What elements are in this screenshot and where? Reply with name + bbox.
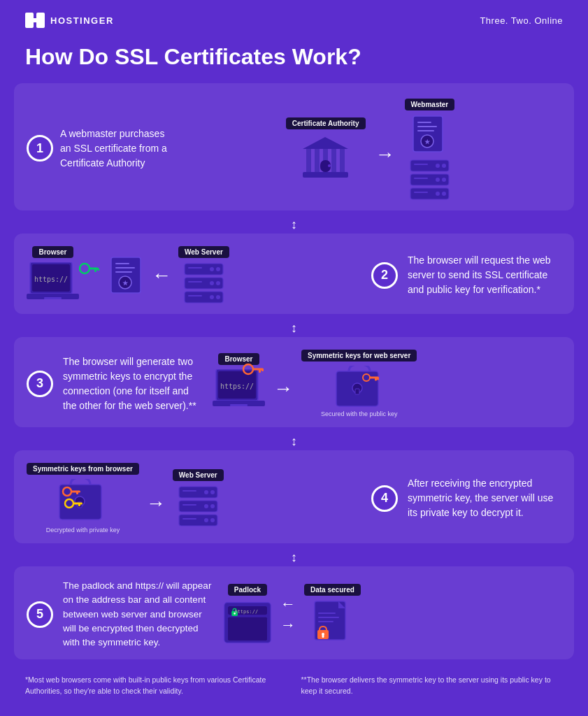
step-1-arrow: →: [375, 143, 395, 166]
step-4-number: 4: [371, 485, 398, 512]
svg-rect-82: [78, 503, 80, 506]
step-1-text: A webmaster purchases an SSL certificate…: [60, 127, 172, 171]
svg-rect-57: [188, 295, 202, 296]
svg-rect-69: [355, 389, 359, 394]
svg-rect-49: [188, 267, 202, 268]
svg-rect-62: [230, 404, 248, 406]
svg-rect-9: [331, 149, 336, 172]
svg-point-88: [210, 504, 215, 508]
svg-rect-73: [377, 378, 379, 380]
step-2-visuals: Browser https://: [27, 246, 361, 304]
step-3-arrow: →: [273, 378, 293, 400]
step-4-sub-label: Decrypted with private key: [46, 527, 120, 534]
step-2-number: 2: [371, 262, 398, 289]
svg-point-52: [210, 281, 214, 285]
svg-rect-41: [115, 263, 129, 264]
svg-point-47: [216, 267, 220, 271]
svg-rect-38: [94, 268, 96, 272]
orange-key-icon: [243, 362, 265, 376]
svg-point-77: [63, 487, 71, 496]
step-1-webmaster-label: Webmaster: [405, 99, 455, 110]
step-1-visuals: Certificate Authority: [179, 96, 561, 201]
svg-point-36: [80, 264, 89, 273]
svg-rect-6: [306, 149, 311, 172]
svg-point-56: [210, 295, 214, 299]
connector-1-2: ↕: [0, 217, 588, 232]
logo: HOSTINGER: [25, 13, 114, 28]
key-icon: [79, 262, 100, 275]
svg-rect-7: [315, 149, 320, 172]
tagline: Three. Two. Online: [480, 15, 563, 26]
svg-rect-103: [318, 617, 339, 618]
svg-point-85: [204, 490, 208, 494]
footnote-2-text: **The browser delivers the symmetric key…: [301, 675, 551, 695]
svg-point-92: [210, 518, 215, 522]
svg-point-63: [243, 364, 253, 374]
svg-text:https://: https://: [220, 382, 254, 390]
step-3-sub-label: Secured with the public key: [321, 410, 398, 417]
svg-point-89: [204, 504, 208, 508]
svg-point-55: [216, 295, 220, 299]
svg-point-48: [210, 267, 214, 271]
step-3-symkeys-label: Symmetric keys for web server: [301, 350, 417, 361]
svg-rect-16: [417, 130, 434, 131]
step-5-section: 5 The padlock and https:// will appear o…: [14, 566, 574, 659]
step2-cert-icon: ★: [110, 256, 145, 294]
browser-laptop-icon: https://: [27, 262, 79, 304]
svg-point-84: [210, 490, 215, 494]
step-4-arrow: →: [146, 492, 166, 515]
svg-point-25: [436, 178, 440, 182]
step-2-browser-label: Browser: [32, 246, 73, 258]
svg-rect-39: [97, 268, 99, 271]
svg-text:https://: https://: [34, 275, 68, 283]
footnote-1: *Most web browsers come with built-in pu…: [25, 675, 287, 697]
svg-rect-100: [228, 617, 267, 640]
step-1-number: 1: [27, 135, 53, 162]
svg-rect-78: [71, 491, 80, 493]
svg-rect-81: [73, 503, 83, 505]
logo-text: HOSTINGER: [50, 15, 114, 26]
step-2-section: Browser https://: [14, 234, 574, 314]
svg-rect-107: [322, 635, 324, 638]
step-5-text: The padlock and https:// will appear on …: [63, 579, 213, 650]
svg-rect-66: [261, 369, 264, 371]
svg-rect-15: [417, 126, 437, 127]
step-2-webserver-label: Web Server: [178, 246, 229, 258]
footnotes: *Most web browsers come with built-in pu…: [0, 666, 588, 710]
svg-point-12: [328, 164, 331, 167]
step4-orange-key: [62, 485, 84, 499]
step-4-text: After receiving the encrypted symmetric …: [408, 476, 561, 520]
step-3-number: 3: [27, 371, 53, 397]
connector-4-5: ↕: [0, 550, 588, 565]
svg-point-21: [436, 164, 440, 168]
connector-3-4: ↕: [0, 434, 588, 449]
step2-server-icon: [181, 262, 227, 304]
svg-point-20: [442, 164, 446, 168]
main-title: How Do SSL Certificates Work?: [0, 35, 588, 83]
step-1-ca-label: Certificate Authority: [286, 117, 366, 129]
header: HOSTINGER Three. Two. Online: [0, 0, 588, 35]
step-2-text: The browser will request the web server …: [408, 253, 561, 297]
svg-rect-79: [76, 492, 78, 494]
step-3-visuals: Browser https://: [213, 350, 561, 417]
certificate-authority-icon: [299, 134, 352, 182]
svg-rect-94: [182, 518, 196, 520]
svg-text:https://: https://: [234, 609, 258, 615]
step-5-padlock-label: Padlock: [228, 584, 267, 596]
svg-rect-14: [417, 122, 431, 123]
step-1-section: 1 A webmaster purchases an SSL certifica…: [14, 83, 574, 210]
svg-point-93: [204, 518, 208, 522]
svg-rect-42: [115, 267, 135, 268]
svg-rect-43: [115, 271, 132, 273]
step-3-text: The browser will generate two symmetric …: [63, 355, 203, 413]
svg-rect-4: [303, 172, 348, 178]
svg-point-24: [442, 178, 446, 182]
padlock-browser-icon: https://: [223, 600, 272, 645]
step-5-visuals: Padlock https://: [223, 584, 561, 645]
svg-rect-22: [414, 164, 428, 165]
svg-rect-35: [44, 297, 62, 299]
step4-yellow-key: [64, 497, 86, 510]
svg-rect-86: [182, 490, 196, 492]
svg-point-28: [442, 192, 446, 196]
svg-point-29: [436, 192, 440, 196]
